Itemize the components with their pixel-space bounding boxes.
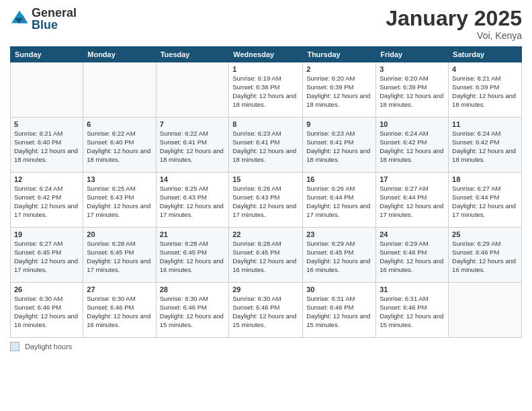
table-row: 27Sunrise: 6:30 AM Sunset: 6:46 PM Dayli… [83,283,156,338]
day-number: 19 [14,230,79,238]
day-info: Sunrise: 6:25 AM Sunset: 6:43 PM Dayligh… [160,185,226,219]
table-row [449,283,522,338]
table-row [11,62,83,118]
table-row: 15Sunrise: 6:26 AM Sunset: 6:43 PM Dayli… [229,173,303,228]
logo-blue-text: Blue [32,19,77,31]
day-number: 17 [380,175,445,183]
day-number: 16 [306,175,372,183]
table-row: 22Sunrise: 6:28 AM Sunset: 6:45 PM Dayli… [229,228,303,283]
day-info: Sunrise: 6:23 AM Sunset: 6:41 PM Dayligh… [306,130,372,164]
day-number: 30 [306,285,372,293]
day-info: Sunrise: 6:20 AM Sunset: 6:39 PM Dayligh… [380,75,445,109]
day-number: 22 [232,230,299,238]
day-info: Sunrise: 6:29 AM Sunset: 6:46 PM Dayligh… [452,240,518,274]
day-number: 24 [380,230,445,238]
header: General Blue January 2025 Voi, Kenya [10,7,522,41]
calendar-week-5: 26Sunrise: 6:30 AM Sunset: 6:46 PM Dayli… [11,283,522,338]
day-info: Sunrise: 6:21 AM Sunset: 6:40 PM Dayligh… [14,130,79,164]
table-row: 4Sunrise: 6:21 AM Sunset: 6:39 PM Daylig… [449,62,522,118]
calendar-week-1: 1Sunrise: 6:19 AM Sunset: 6:38 PM Daylig… [11,62,522,118]
table-row [156,62,229,118]
table-row: 25Sunrise: 6:29 AM Sunset: 6:46 PM Dayli… [449,228,522,283]
header-row: Sunday Monday Tuesday Wednesday Thursday… [11,47,522,62]
calendar-week-2: 5Sunrise: 6:21 AM Sunset: 6:40 PM Daylig… [11,118,522,173]
day-number: 21 [160,230,226,238]
day-info: Sunrise: 6:27 AM Sunset: 6:44 PM Dayligh… [380,185,445,219]
day-number: 3 [380,65,445,73]
table-row: 29Sunrise: 6:30 AM Sunset: 6:46 PM Dayli… [229,283,303,338]
title-block: January 2025 Voi, Kenya [386,7,522,41]
day-info: Sunrise: 6:24 AM Sunset: 6:42 PM Dayligh… [452,130,518,164]
table-row: 14Sunrise: 6:25 AM Sunset: 6:43 PM Dayli… [156,173,229,228]
day-info: Sunrise: 6:29 AM Sunset: 6:45 PM Dayligh… [306,240,372,274]
table-row: 11Sunrise: 6:24 AM Sunset: 6:42 PM Dayli… [449,118,522,173]
table-row: 2Sunrise: 6:20 AM Sunset: 6:39 PM Daylig… [303,62,376,118]
table-row: 26Sunrise: 6:30 AM Sunset: 6:46 PM Dayli… [11,283,83,338]
daylight-legend-label: Daylight hours [25,342,72,351]
day-number: 5 [14,120,79,128]
day-info: Sunrise: 6:20 AM Sunset: 6:39 PM Dayligh… [306,75,372,109]
col-sunday: Sunday [11,47,83,62]
daylight-legend-box [10,342,19,351]
day-info: Sunrise: 6:30 AM Sunset: 6:46 PM Dayligh… [87,295,152,329]
day-info: Sunrise: 6:22 AM Sunset: 6:40 PM Dayligh… [87,130,152,164]
table-row: 12Sunrise: 6:24 AM Sunset: 6:42 PM Dayli… [11,173,83,228]
logo-general-text: General [32,7,77,19]
table-row: 30Sunrise: 6:31 AM Sunset: 6:46 PM Dayli… [303,283,376,338]
table-row: 13Sunrise: 6:25 AM Sunset: 6:43 PM Dayli… [83,173,156,228]
day-number: 11 [452,120,518,128]
day-number: 4 [452,65,518,73]
calendar-week-4: 19Sunrise: 6:27 AM Sunset: 6:45 PM Dayli… [11,228,522,283]
table-row: 23Sunrise: 6:29 AM Sunset: 6:45 PM Dayli… [303,228,376,283]
day-info: Sunrise: 6:24 AM Sunset: 6:42 PM Dayligh… [380,130,445,164]
location-subtitle: Voi, Kenya [386,30,522,41]
day-info: Sunrise: 6:21 AM Sunset: 6:39 PM Dayligh… [452,75,518,109]
day-info: Sunrise: 6:30 AM Sunset: 6:46 PM Dayligh… [14,295,79,329]
day-number: 6 [87,120,152,128]
day-number: 23 [306,230,372,238]
day-info: Sunrise: 6:30 AM Sunset: 6:46 PM Dayligh… [232,295,299,329]
day-number: 13 [87,175,152,183]
table-row: 20Sunrise: 6:28 AM Sunset: 6:45 PM Dayli… [83,228,156,283]
table-row: 1Sunrise: 6:19 AM Sunset: 6:38 PM Daylig… [229,62,303,118]
table-row: 18Sunrise: 6:27 AM Sunset: 6:44 PM Dayli… [449,173,522,228]
table-row: 5Sunrise: 6:21 AM Sunset: 6:40 PM Daylig… [11,118,83,173]
day-number: 12 [14,175,79,183]
logo-icon [10,9,29,28]
page: General Blue January 2025 Voi, Kenya Sun… [0,0,532,411]
day-number: 29 [232,285,299,293]
day-number: 8 [232,120,299,128]
col-thursday: Thursday [303,47,376,62]
table-row: 9Sunrise: 6:23 AM Sunset: 6:41 PM Daylig… [303,118,376,173]
col-saturday: Saturday [449,47,522,62]
day-number: 10 [380,120,445,128]
day-info: Sunrise: 6:26 AM Sunset: 6:43 PM Dayligh… [232,185,299,219]
day-info: Sunrise: 6:28 AM Sunset: 6:45 PM Dayligh… [160,240,226,274]
col-wednesday: Wednesday [229,47,303,62]
day-info: Sunrise: 6:29 AM Sunset: 6:46 PM Dayligh… [380,240,445,274]
day-number: 2 [306,65,372,73]
table-row: 21Sunrise: 6:28 AM Sunset: 6:45 PM Dayli… [156,228,229,283]
logo-text: General Blue [32,7,77,31]
day-info: Sunrise: 6:22 AM Sunset: 6:41 PM Dayligh… [160,130,226,164]
col-friday: Friday [376,47,449,62]
table-row: 19Sunrise: 6:27 AM Sunset: 6:45 PM Dayli… [11,228,83,283]
day-number: 20 [87,230,152,238]
day-number: 27 [87,285,152,293]
logo: General Blue [10,7,77,31]
table-row: 31Sunrise: 6:31 AM Sunset: 6:46 PM Dayli… [376,283,449,338]
table-row: 24Sunrise: 6:29 AM Sunset: 6:46 PM Dayli… [376,228,449,283]
table-row: 17Sunrise: 6:27 AM Sunset: 6:44 PM Dayli… [376,173,449,228]
day-number: 14 [160,175,226,183]
day-info: Sunrise: 6:24 AM Sunset: 6:42 PM Dayligh… [14,185,79,219]
footer: Daylight hours [10,342,522,351]
day-info: Sunrise: 6:23 AM Sunset: 6:41 PM Dayligh… [232,130,299,164]
day-info: Sunrise: 6:25 AM Sunset: 6:43 PM Dayligh… [87,185,152,219]
table-row: 6Sunrise: 6:22 AM Sunset: 6:40 PM Daylig… [83,118,156,173]
day-info: Sunrise: 6:28 AM Sunset: 6:45 PM Dayligh… [87,240,152,274]
day-number: 31 [380,285,445,293]
day-info: Sunrise: 6:26 AM Sunset: 6:44 PM Dayligh… [306,185,372,219]
day-info: Sunrise: 6:30 AM Sunset: 6:46 PM Dayligh… [160,295,226,329]
day-info: Sunrise: 6:28 AM Sunset: 6:45 PM Dayligh… [232,240,299,274]
table-row: 8Sunrise: 6:23 AM Sunset: 6:41 PM Daylig… [229,118,303,173]
